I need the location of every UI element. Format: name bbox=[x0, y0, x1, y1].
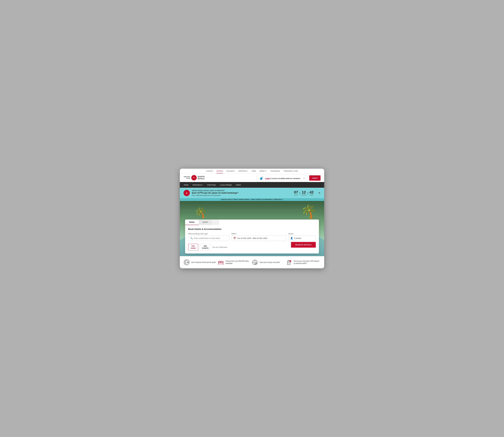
booking-fields-row: Where would you like to go? 🔍 When? 📅 Tu… bbox=[188, 233, 316, 241]
palm-left-icon: 🌴 bbox=[193, 205, 208, 220]
secondary-nav-hotel-deals[interactable]: Hotel Deals bbox=[207, 182, 216, 188]
booking-title: Book Hotels & Accommodation bbox=[188, 228, 316, 230]
use-points-button[interactable]: Use POINTS bbox=[200, 244, 211, 251]
use-cash-button[interactable]: Use CASH bbox=[188, 244, 198, 251]
promo-banner: Q TRIPLE POINTS FRENZY, ENDS 18 FEBRUARY… bbox=[180, 188, 324, 198]
login-banner-close[interactable]: ✕ bbox=[303, 177, 305, 180]
benefit-hotels-worldwide: Choose from over 500,000 hotels worldwid… bbox=[218, 259, 252, 265]
points-sub-label: POINTS bbox=[202, 247, 208, 249]
benefit-save-money: $ Save your money, use points bbox=[252, 259, 286, 265]
luggage-icon: 🧳 bbox=[259, 177, 263, 180]
promo-text-block: TRIPLE POINTS FRENZY, ENDS 18 FEBRUARY E… bbox=[192, 190, 239, 196]
promo-headline: Earn 9 PTS per $1 spent on hotel booking… bbox=[192, 192, 239, 194]
nav-insurance[interactable]: INSURANCE bbox=[271, 170, 280, 173]
promo-banner-close[interactable]: ✕ bbox=[318, 191, 320, 195]
payment-section: Use CASH Use POINTS Use min. 5,000 point… bbox=[188, 242, 289, 251]
search-hotels-button[interactable]: SEARCH HOTELS bbox=[291, 242, 316, 248]
brand-logo: FREQUENT FLYER 🦘 QANTAS HOTELS bbox=[184, 175, 205, 181]
nav-flights[interactable]: FLIGHTS bbox=[206, 170, 213, 173]
nav-shopping[interactable]: SHOPPING ▾ bbox=[238, 170, 248, 173]
dates-value: Tue 11 Feb, 2025 - Wed 12 Feb, 2025 bbox=[237, 237, 267, 239]
qantas-logo-badge: Q bbox=[184, 191, 189, 195]
brand-text-left: FREQUENT FLYER bbox=[184, 176, 190, 179]
deposit-icon: 20% bbox=[286, 259, 292, 265]
sub-banner: QANTAS HOTELS TRIPLE POINTS FRENZY - END… bbox=[180, 198, 324, 201]
save-money-icon: $ bbox=[252, 259, 258, 265]
countdown-sep-1: : bbox=[299, 191, 300, 195]
secondary-nav-luxury[interactable]: Luxury Holidays bbox=[220, 182, 232, 188]
points-minimum-text: Use min. 5,000 points bbox=[213, 246, 227, 248]
tab-airbnb[interactable]: Airbnb bbox=[199, 219, 212, 225]
countdown-hours: 12 HOURS bbox=[301, 190, 306, 196]
calendar-icon: 📅 bbox=[233, 237, 236, 239]
booking-bottom-row: Use CASH Use POINTS Use min. 5,000 point… bbox=[188, 242, 316, 251]
hero-section: 🌴 🌴 Hotels Airbnb Book Hotels & Accommod… bbox=[180, 201, 324, 256]
money-dropdown-arrow: ▾ bbox=[266, 170, 267, 172]
countdown-sep-2: : bbox=[307, 191, 309, 195]
booking-widget: Hotels Airbnb Book Hotels & Accommodatio… bbox=[185, 219, 319, 254]
destination-field-group: Where would you like to go? 🔍 bbox=[188, 233, 229, 241]
destination-input[interactable] bbox=[194, 237, 227, 239]
secondary-nav-destinations[interactable]: Destinations ▾ bbox=[193, 182, 203, 188]
benefit-hotels-worldwide-text: Choose from over 500,000 hotels worldwid… bbox=[225, 260, 252, 265]
svg-text:20%: 20% bbox=[289, 261, 291, 262]
cash-main-label: Use bbox=[191, 245, 195, 247]
nav-wine[interactable]: WINE bbox=[252, 170, 256, 173]
qantas-points-icon bbox=[184, 259, 190, 265]
svg-text:🦘: 🦘 bbox=[193, 177, 195, 179]
benefit-earn-points-text: Earn 9 Qantas Points per $1 spent^ bbox=[191, 261, 216, 263]
benefits-strip: Earn 9 Qantas Points per $1 spent^ Choos… bbox=[180, 256, 324, 268]
login-banner-text: Login to access incredible deals for mem… bbox=[265, 178, 300, 179]
hotel-bed-icon bbox=[218, 259, 224, 265]
login-promo-banner: 🧳 Login to access incredible deals for m… bbox=[257, 175, 307, 182]
secondary-nav-hotels[interactable]: Hotels bbox=[184, 182, 189, 188]
dates-input-wrapper[interactable]: 📅 Tue 11 Feb, 2025 - Wed 12 Feb, 2025 bbox=[231, 236, 286, 241]
nav-frequent-flyer[interactable]: FREQUENT FLYER bbox=[284, 170, 298, 173]
svg-text:Q: Q bbox=[186, 192, 187, 194]
destination-label: Where would you like to go? bbox=[188, 233, 229, 235]
guests-field-group: Guests 👤 2 Guests bbox=[288, 233, 316, 241]
dates-label: When? bbox=[231, 233, 286, 235]
search-button-container: SEARCH HOTELS bbox=[291, 242, 316, 248]
brand-text-right: QANTAS HOTELS bbox=[198, 176, 205, 180]
guests-label: Guests bbox=[288, 233, 316, 235]
destinations-dropdown-arrow: ▾ bbox=[202, 184, 203, 186]
shopping-dropdown-arrow: ▾ bbox=[247, 170, 248, 172]
login-link[interactable]: Login bbox=[265, 178, 270, 179]
qantas-kangaroo-icon: 🦘 bbox=[191, 175, 197, 181]
nav-money[interactable]: MONEY ▾ bbox=[260, 170, 267, 173]
countdown-days: 07 DAYS bbox=[294, 190, 298, 196]
booking-content: Book Hotels & Accommodation Where would … bbox=[185, 225, 319, 254]
benefit-earn-points: Earn 9 Qantas Points per $1 spent^ bbox=[184, 259, 218, 265]
nav-hotels[interactable]: HOTELS bbox=[216, 170, 223, 173]
benefit-deposit: 20% Secure your stay with a 20% deposit … bbox=[286, 259, 320, 265]
promo-eyebrow: TRIPLE POINTS FRENZY, ENDS 18 FEBRUARY bbox=[192, 190, 239, 191]
svg-text:$: $ bbox=[255, 263, 256, 264]
browser-frame: FLIGHTS HOTELS HOLIDAYS SHOPPING ▾ WINE … bbox=[180, 169, 324, 268]
countdown-mins: 42 MINS bbox=[310, 190, 314, 196]
promo-countdown: 07 DAYS : 12 HOURS : 42 MINS bbox=[294, 190, 314, 196]
nav-holidays[interactable]: HOLIDAYS bbox=[227, 170, 234, 173]
cash-sub-label: CASH bbox=[191, 247, 195, 249]
promo-subtext: Plus, 1,000 bonus points for new custome… bbox=[192, 195, 239, 196]
benefit-deposit-text: Secure your stay with a 20% deposit at s… bbox=[294, 260, 320, 265]
booking-tabs: Hotels Airbnb bbox=[185, 219, 219, 225]
tab-hotels[interactable]: Hotels bbox=[185, 219, 199, 225]
destination-input-wrapper[interactable]: 🔍 bbox=[188, 236, 229, 241]
benefit-save-money-text: Save your money, use points bbox=[260, 261, 280, 263]
secondary-navigation: Hotels Destinations ▾ Hotel Deals Luxury… bbox=[180, 182, 324, 188]
brand-bar: FREQUENT FLYER 🦘 QANTAS HOTELS 🧳 Login t… bbox=[180, 174, 324, 182]
palm-right-icon: 🌴 bbox=[300, 204, 317, 219]
points-main-label: Use bbox=[202, 245, 208, 247]
payment-options: Use CASH Use POINTS Use min. 5,000 point… bbox=[188, 244, 289, 251]
guests-value: 2 Guests bbox=[294, 237, 301, 239]
person-icon: 👤 bbox=[290, 237, 293, 239]
guests-input-wrapper[interactable]: 👤 2 Guests bbox=[288, 236, 316, 241]
secondary-nav-airbnb[interactable]: Airbnb bbox=[236, 182, 241, 188]
svg-rect-6 bbox=[218, 262, 223, 264]
search-icon: 🔍 bbox=[190, 237, 193, 239]
dates-field-group: When? 📅 Tue 11 Feb, 2025 - Wed 12 Feb, 2… bbox=[231, 233, 286, 241]
login-button[interactable]: Log in bbox=[309, 175, 320, 181]
top-navigation: FLIGHTS HOTELS HOLIDAYS SHOPPING ▾ WINE … bbox=[180, 169, 324, 174]
qantas-promo-badge: Q bbox=[184, 190, 190, 196]
